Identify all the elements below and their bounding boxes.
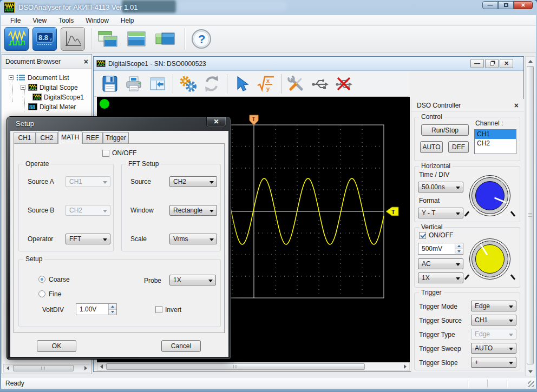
source-a-combo: CH1 [66, 176, 110, 187]
digitalscope-restore-button[interactable] [485, 59, 499, 68]
setup-probe-combo[interactable]: 1X [169, 275, 216, 285]
cascade-windows-button[interactable] [96, 28, 119, 50]
trigger-source-combo[interactable]: CH1 [471, 315, 516, 325]
scrollbar-thumb[interactable] [13, 365, 74, 371]
math-button[interactable]: x y [256, 74, 276, 94]
cursor-button[interactable] [232, 74, 252, 94]
probe-combo[interactable]: 1X [418, 273, 463, 283]
tab-ref[interactable]: REF [82, 132, 103, 143]
scroll-up-icon[interactable] [526, 57, 534, 65]
tree-item-document-list[interactable]: Document List [9, 73, 69, 82]
tab-trigger[interactable]: Trigger [103, 132, 129, 143]
tools-button[interactable] [286, 74, 306, 94]
spectrum-analyser-button[interactable] [61, 27, 85, 51]
trigger-position-marker[interactable]: T [250, 115, 258, 125]
close-button[interactable]: ✕ [514, 1, 533, 9]
def-button[interactable]: DEF [448, 141, 469, 153]
maximize-button[interactable] [498, 1, 514, 9]
digitalscope-close-button[interactable]: ✕ [500, 59, 513, 68]
tree-item-digital-scope[interactable]: Digital Scope [21, 83, 78, 92]
setup-dialog-close-button[interactable]: ✕ [206, 117, 226, 127]
tree-item-digital-meter[interactable]: 88 Digital Meter [21, 102, 76, 111]
document-browser-close-icon[interactable]: × [84, 58, 88, 65]
fft-scale-combo[interactable]: Vrms [169, 234, 217, 244]
document-browser-hscrollbar[interactable] [3, 364, 90, 373]
tab-math[interactable]: MATH [58, 131, 82, 144]
scroll-right-icon[interactable] [82, 364, 90, 372]
tab-ch1[interactable]: CH1 [14, 132, 36, 143]
trigger-mode-combo[interactable]: Edge [471, 301, 516, 311]
time-div-knob[interactable] [469, 175, 510, 216]
time-div-combo[interactable]: 50.00ns [418, 182, 463, 192]
menu-window[interactable]: Window [80, 16, 115, 25]
help-button[interactable]: ? [190, 28, 213, 50]
scroll-left-icon[interactable] [4, 364, 12, 372]
operator-combo[interactable]: FFT [66, 234, 110, 244]
usb-disconnect-button[interactable] [333, 74, 354, 94]
scrollbar-thumb[interactable] [527, 66, 534, 364]
run-stop-button[interactable]: Run/Stop [421, 124, 469, 136]
scroll-right-icon[interactable] [401, 363, 409, 370]
channel-listbox[interactable]: CH1 CH2 [474, 129, 516, 154]
ok-button[interactable]: OK [37, 340, 76, 352]
resize-grip[interactable] [528, 381, 534, 387]
tree-item-digitalscope1[interactable]: DigitalScope1 [32, 92, 84, 102]
save-button[interactable] [100, 74, 120, 94]
voltdiv-spinner[interactable]: 1.00V [76, 303, 117, 315]
vertical-scale-knob[interactable] [469, 238, 510, 280]
usb-connect-button[interactable] [310, 74, 330, 94]
menu-file[interactable]: File [4, 16, 27, 25]
menu-tools[interactable]: Tools [53, 16, 80, 25]
coarse-radio[interactable] [38, 276, 45, 283]
collapse-icon[interactable] [9, 75, 14, 80]
digital-scope-button[interactable] [4, 27, 29, 51]
spin-up-icon[interactable] [109, 304, 116, 309]
mdi-vscrollbar[interactable] [525, 56, 535, 376]
refresh-button[interactable] [201, 74, 222, 94]
trigger-sweep-combo[interactable]: AUTO [471, 343, 516, 354]
invert-checkbox[interactable] [155, 306, 162, 313]
status-bar: Ready [1, 377, 536, 389]
tab-ch2[interactable]: CH2 [36, 132, 58, 143]
probe-value: 1X [422, 274, 430, 282]
channel-option-ch1[interactable]: CH1 [475, 130, 516, 139]
control-group-legend: Control [419, 113, 444, 121]
spin-down-icon[interactable] [109, 309, 116, 315]
channel-option-ch2[interactable]: CH2 [475, 139, 516, 148]
scrollbar-thumb[interactable] [106, 363, 365, 370]
fft-source-combo[interactable]: CH2 [169, 176, 217, 187]
minimize-button[interactable]: — [482, 1, 498, 9]
dso-controller-close-icon[interactable]: × [514, 102, 519, 109]
tile-vertical-button[interactable] [154, 28, 176, 50]
scroll-down-icon[interactable] [526, 368, 534, 375]
auto-button[interactable]: AUTO [420, 141, 443, 153]
svg-text:y: y [266, 85, 270, 92]
menu-help[interactable]: Help [115, 16, 140, 25]
cancel-button[interactable]: Cancel [161, 340, 201, 352]
collapse-icon-2[interactable] [21, 85, 25, 90]
digitalscope-hscrollbar[interactable] [97, 362, 410, 371]
fft-window-combo[interactable]: Rectangle [169, 205, 217, 216]
fine-radio[interactable] [38, 290, 45, 297]
source-a-value: CH1 [69, 178, 82, 185]
menu-view[interactable]: View [27, 16, 53, 25]
trigger-level-marker[interactable]: T [386, 207, 398, 216]
digitalscope-minimize-button[interactable]: — [470, 59, 484, 68]
tile-horizontal-button[interactable] [125, 28, 148, 50]
format-combo[interactable]: Y - T [418, 208, 463, 218]
panel-layout-button[interactable] [147, 74, 168, 94]
coupling-combo[interactable]: AC [418, 258, 463, 269]
digital-meter-button[interactable]: 8.8 v [32, 27, 57, 51]
fft-group-legend: FFT Setup [126, 160, 161, 168]
vertical-onoff-checkbox[interactable] [419, 232, 426, 239]
chevron-down-icon [103, 181, 107, 184]
vertical-scale-spinner[interactable]: 500mV [418, 243, 463, 255]
math-onoff-checkbox[interactable] [102, 150, 109, 157]
spin-down-icon[interactable] [455, 249, 463, 255]
knob-face [475, 181, 505, 210]
settings-button[interactable] [178, 74, 198, 94]
spin-up-icon[interactable] [455, 243, 463, 249]
trigger-slope-combo[interactable]: + [471, 357, 516, 368]
print-button[interactable] [123, 74, 144, 94]
scroll-left-icon[interactable] [97, 363, 106, 370]
